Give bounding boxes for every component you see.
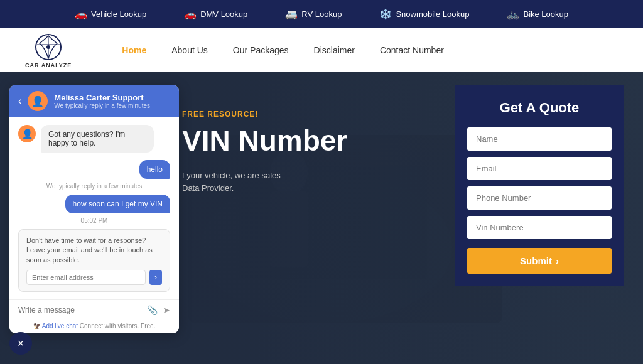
dmv-lookup-label: DMV Lookup bbox=[200, 9, 247, 19]
nav-packages[interactable]: Our Packages bbox=[233, 45, 289, 55]
chat-email-input[interactable] bbox=[26, 270, 146, 285]
rv-lookup-link[interactable]: 🚐 RV Lookup bbox=[285, 8, 342, 20]
bike-lookup-label: Bike Lookup bbox=[523, 9, 568, 19]
chat-user-vin-row: how soon can I get my VIN bbox=[18, 195, 170, 216]
phone-input[interactable] bbox=[467, 186, 612, 210]
chat-body: 👤 Got any questions? I'm happy to help. … bbox=[9, 117, 179, 299]
site-header: CAR ANALYZE Home About Us Our Packages D… bbox=[0, 28, 643, 72]
chat-widget: ‹ 👤 Melissa Carter Support We typically … bbox=[9, 85, 179, 333]
email-input[interactable] bbox=[467, 157, 612, 180]
vin-input[interactable] bbox=[467, 216, 612, 239]
send-icon[interactable]: ➤ bbox=[163, 305, 170, 315]
car-icon: 🚗 bbox=[75, 8, 87, 20]
main-navigation: Home About Us Our Packages Disclaimer Co… bbox=[122, 45, 444, 55]
dmv-car-icon: 🚗 bbox=[184, 8, 197, 20]
chat-typically-text: We typically reply in a few minutes bbox=[18, 183, 170, 190]
hero-subtitle: f your vehicle, we are sales Data Provid… bbox=[182, 169, 396, 196]
hero-badge: FREE RESOURCE! bbox=[182, 110, 455, 119]
rv-lookup-label: RV Lookup bbox=[301, 9, 342, 19]
submit-button[interactable]: Submit › bbox=[467, 248, 612, 274]
chat-agent-status: We typically reply in a few minutes bbox=[54, 102, 150, 109]
snowmobile-lookup-link[interactable]: ❄️ Snowmobile Lookup bbox=[379, 8, 469, 20]
snowflake-icon: ❄️ bbox=[379, 8, 392, 20]
support-avatar-small: 👤 bbox=[18, 125, 36, 142]
bike-lookup-link[interactable]: 🚲 Bike Lookup bbox=[507, 8, 568, 20]
submit-label: Submit bbox=[520, 255, 552, 266]
logo-icon-container bbox=[33, 32, 63, 62]
logo[interactable]: CAR ANALYZE bbox=[25, 32, 72, 68]
chat-support-message: 👤 Got any questions? I'm happy to help. bbox=[18, 125, 170, 153]
snowmobile-lookup-label: Snowmobile Lookup bbox=[396, 9, 469, 19]
chat-timestamp: 05:02 PM bbox=[18, 217, 170, 224]
chat-agent-name: Melissa Carter Support bbox=[54, 93, 150, 102]
dmv-lookup-link[interactable]: 🚗 DMV Lookup bbox=[184, 8, 247, 20]
nav-home[interactable]: Home bbox=[122, 45, 146, 55]
chat-branding: 🦅 Add live chat Connect with visitors. F… bbox=[9, 320, 179, 333]
hero-title: VIN Number bbox=[182, 125, 455, 157]
vehicle-lookup-label: Vehicle Lookup bbox=[91, 9, 146, 19]
nav-about[interactable]: About Us bbox=[171, 45, 208, 55]
chat-branding-suffix: Connect with visitors. Free. bbox=[80, 323, 156, 329]
rv-icon: 🚐 bbox=[285, 8, 298, 20]
chat-bubble-hello: hello bbox=[139, 160, 170, 179]
chat-header-info: Melissa Carter Support We typically repl… bbox=[54, 93, 150, 109]
chat-email-section: Don't have time to wait for a response? … bbox=[18, 229, 170, 292]
close-chat-button[interactable]: × bbox=[9, 332, 32, 355]
name-input[interactable] bbox=[467, 127, 612, 151]
attachment-icon[interactable]: 📎 bbox=[147, 305, 158, 315]
chat-email-send-button[interactable]: › bbox=[149, 270, 162, 285]
logo-text: CAR ANALYZE bbox=[25, 62, 72, 68]
submit-arrow-icon: › bbox=[556, 255, 559, 266]
nav-contact[interactable]: Contact Number bbox=[380, 45, 444, 55]
hero-text-content: FREE RESOURCE! VIN Number f your vehicle… bbox=[182, 110, 455, 195]
chat-email-input-row: › bbox=[26, 270, 162, 285]
logo-svg bbox=[35, 33, 62, 61]
chat-footer-icons: 📎 ➤ bbox=[147, 305, 170, 315]
tawk-icon: 🦅 bbox=[33, 323, 41, 329]
quote-form: Get A Quote Submit › bbox=[455, 85, 624, 286]
quote-form-title: Get A Quote bbox=[467, 100, 612, 116]
svg-point-3 bbox=[46, 45, 50, 49]
chat-user-hello-row: hello bbox=[18, 160, 170, 181]
top-navigation-bar: 🚗 Vehicle Lookup 🚗 DMV Lookup 🚐 RV Looku… bbox=[0, 0, 643, 28]
chat-header: ‹ 👤 Melissa Carter Support We typically … bbox=[9, 85, 179, 117]
chat-branding-link[interactable]: Add live chat bbox=[42, 323, 78, 329]
vehicle-lookup-link[interactable]: 🚗 Vehicle Lookup bbox=[75, 8, 146, 20]
close-icon: × bbox=[18, 337, 24, 350]
chat-back-button[interactable]: ‹ bbox=[18, 95, 21, 107]
chat-bubble-vin: how soon can I get my VIN bbox=[65, 195, 170, 213]
nav-disclaimer[interactable]: Disclaimer bbox=[314, 45, 355, 55]
chat-message-input[interactable] bbox=[18, 306, 142, 314]
chat-bubble-support: Got any questions? I'm happy to help. bbox=[41, 125, 154, 153]
hero-subtitle-line2: Data Provider. bbox=[182, 183, 234, 193]
hero-subtitle-line1: f your vehicle, we are sales bbox=[182, 171, 281, 180]
chat-agent-avatar: 👤 bbox=[28, 91, 48, 111]
chat-footer: 📎 ➤ bbox=[9, 299, 179, 320]
chat-email-prompt: Don't have time to wait for a response? … bbox=[26, 236, 162, 265]
bike-icon: 🚲 bbox=[507, 8, 519, 20]
